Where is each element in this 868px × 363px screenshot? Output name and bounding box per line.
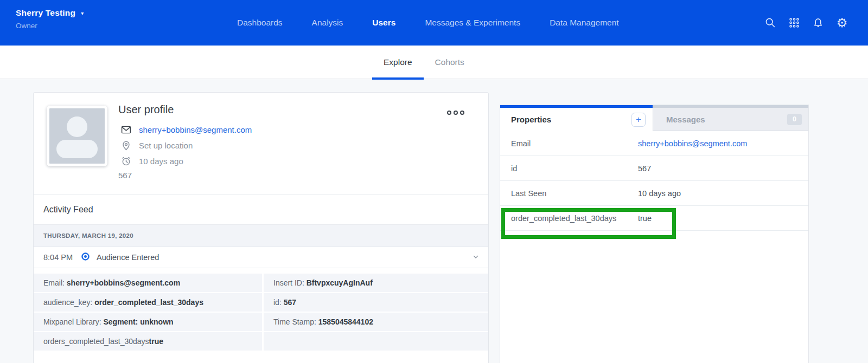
detail-label: Email: [43,278,67,287]
project-name[interactable]: Sherry Testing [16,8,75,18]
audience-event-icon [81,252,90,262]
detail-value: Segment: unknown [104,317,174,326]
table-row: Mixpanel Library: Segment: unknown Time … [34,313,488,331]
property-value: 567 [638,164,651,173]
table-row: audience_key: order_completed_last_30day… [34,293,488,312]
detail-value: 1585045844102 [318,317,373,326]
tab-messages-label: Messages [666,115,787,124]
activity-feed-title: Activity Feed [34,195,488,225]
activity-event-row[interactable]: 8:04 PM Audience Entered [34,247,488,268]
notifications-bell-icon[interactable] [812,17,824,29]
more-options-icon[interactable] [447,111,464,115]
messages-count-badge: 0 [787,114,802,125]
detail-label: Mixpanel Library: [43,317,104,326]
tab-explore[interactable]: Explore [372,46,424,79]
chevron-down-icon[interactable]: ▾ [81,10,84,16]
detail-label: orders_completed_last_30days [43,337,149,346]
profile-email-link[interactable]: sherry+bobbins@segment.com [139,125,252,134]
detail-label: id: [273,298,284,307]
main-navigation: Dashboards Analysis Users Messages & Exp… [237,0,619,46]
nav-item-messages-experiments[interactable]: Messages & Experiments [425,18,520,28]
project-switcher[interactable]: Sherry Testing ▾ Owner [16,8,84,30]
property-value: true [638,214,652,223]
property-key: Email [511,139,638,148]
top-header-bar: Sherry Testing ▾ Owner Dashboards Analys… [0,0,868,46]
user-profile-card: User profile sherry+bobbins@segment.com [33,92,489,363]
property-key: Last Seen [511,189,638,198]
search-icon[interactable] [764,17,776,29]
event-name: Audience Entered [97,253,159,262]
profile-info: User profile sherry+bobbins@segment.com [118,103,252,180]
nav-item-data-management[interactable]: Data Management [550,18,619,28]
property-value-email-link[interactable]: sherry+bobbins@segment.com [638,139,747,148]
panel-tabs: Properties + Messages 0 [500,105,808,131]
detail-label: Time Stamp: [273,317,318,326]
tab-cohorts-label: Cohorts [435,57,464,67]
avatar [47,106,107,166]
table-row: Last Seen 10 days ago [500,181,808,206]
property-key: order_completed_last_30days [511,214,638,223]
detail-label: Insert ID: [273,278,307,287]
event-details-table: Email: sherry+bobbins@segment.com Insert… [34,268,488,351]
envelope-icon [120,124,132,135]
profile-summary-section: User profile sherry+bobbins@segment.com [34,93,488,195]
avatar-torso-shape [56,140,98,158]
profile-last-seen: 10 days ago [139,157,183,166]
alarm-clock-icon [120,155,132,167]
tab-cohorts[interactable]: Cohorts [424,46,476,79]
tab-messages[interactable]: Messages 0 [653,105,808,131]
detail-value: true [149,337,163,346]
table-row-highlighted: order_completed_last_30days true [500,206,808,231]
users-subtabs: Explore Cohorts [372,46,476,79]
project-role: Owner [16,22,84,30]
profile-user-id: 567 [118,171,252,180]
property-value: 10 days ago [638,189,681,198]
add-property-button[interactable]: + [631,113,646,127]
detail-value: sherry+bobbins@segment.com [67,278,180,287]
app-screen: Sherry Testing ▾ Owner Dashboards Analys… [0,0,868,363]
table-row: Email: sherry+bobbins@segment.com Insert… [34,274,488,292]
page-title: User profile [118,103,252,116]
profile-last-seen-row: 10 days ago [120,153,252,169]
apps-grid-icon[interactable] [788,17,800,29]
activity-date-header: THURSDAY, MARCH 19, 2020 [34,225,488,247]
location-pin-icon [120,140,132,151]
table-row: orders_completed_last_30daystrue [34,332,488,351]
profile-email-row: sherry+bobbins@segment.com [120,122,252,138]
nav-item-analysis[interactable]: Analysis [312,18,343,28]
nav-item-users[interactable]: Users [372,18,395,28]
table-row: Email sherry+bobbins@segment.com [500,131,808,156]
detail-label: audience_key: [43,298,94,307]
avatar-head-shape [67,116,87,137]
properties-panel-card: Properties + Messages 0 Email sherry+bob… [500,105,809,363]
secondary-nav-bar: Explore Cohorts [0,46,868,79]
table-row: id 567 [500,156,808,181]
chevron-down-icon[interactable] [472,253,480,262]
tab-properties-label: Properties [511,115,631,124]
detail-value: BftvpxcuyAgInAuf [307,278,373,287]
header-icon-group: ⚙ [764,0,848,46]
detail-value: order_completed_last_30days [94,298,203,307]
profile-location-row: Set up location [120,138,252,153]
active-tab-underline [372,77,424,80]
detail-value: 567 [284,298,296,307]
settings-gear-icon[interactable]: ⚙ [836,17,848,29]
set-up-location-link[interactable]: Set up location [139,141,193,150]
nav-item-dashboards[interactable]: Dashboards [237,18,283,28]
property-key: id [511,164,638,173]
event-time: 8:04 PM [43,253,78,262]
tab-properties[interactable]: Properties + [500,105,653,131]
tab-explore-label: Explore [384,57,412,67]
